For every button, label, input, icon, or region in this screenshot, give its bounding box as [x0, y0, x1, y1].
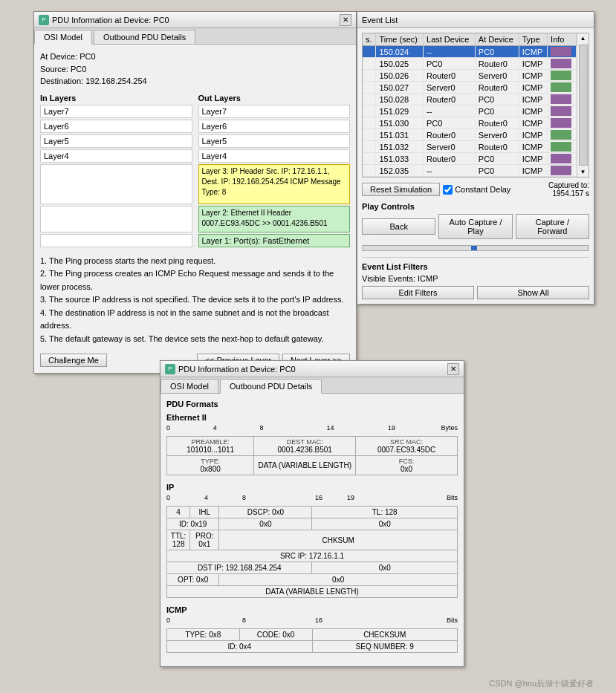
event-list-content: s. Time (sec) Last Device At Device Type… [357, 28, 594, 304]
ip-data: DATA (VARIABLE LENGTH) [167, 586, 458, 598]
in-layer6: Layer6 [40, 120, 192, 133]
icmp-scale-8: 8 [242, 616, 246, 624]
tab-osi-model-1[interactable]: OSI Model [34, 30, 92, 45]
capture-forward-button[interactable]: Capture / Forward [516, 214, 589, 239]
icmp-type: TYPE: 0x8 [167, 629, 240, 641]
constant-delay-text: Constant Delay [455, 185, 510, 194]
constant-delay-checkbox[interactable] [443, 185, 453, 195]
event-row-3[interactable]: 150.027 Server0 Router0 ICMP [363, 82, 577, 94]
icmp-scale-0: 0 [166, 616, 170, 624]
icmp-seq: SEQ NUMBER: 9 [312, 641, 458, 653]
back-button[interactable]: Back [362, 218, 435, 235]
cell-at-8: Router0 [475, 141, 519, 153]
scroll-down-arrow[interactable]: ▼ [580, 169, 586, 175]
eth-scale-8: 8 [259, 424, 263, 432]
cell-last-5: -- [424, 105, 476, 117]
cell-last-2: Router0 [424, 70, 476, 82]
tab-osi-model-2[interactable]: OSI Model [161, 379, 218, 393]
tab-outbound-pdu-1[interactable]: Outbound PDU Details [94, 30, 195, 44]
cell-last-6: PC0 [424, 117, 476, 129]
cell-type-5: ICMP [519, 105, 547, 117]
window-title-1: P PDU Information at Device: PC0 [39, 15, 169, 25]
event-row-2[interactable]: 150.026 Router0 Server0 ICMP [363, 70, 577, 82]
cell-s-6 [363, 117, 376, 129]
play-controls: Back Auto Capture / Play Capture / Forwa… [362, 214, 589, 239]
cell-type-10: ICMP [519, 165, 547, 177]
out-layer2: Layer 2: Ethernet II Header 0007.EC93.45… [198, 206, 351, 232]
desc-line-1: 1. The Ping process starts the next ping… [40, 255, 350, 268]
icmp-bits-label: Bits [447, 616, 458, 624]
source: Source: PC0 [40, 63, 350, 76]
event-row-4[interactable]: 150.028 Router0 PC0 ICMP [363, 94, 577, 105]
col-s: s. [363, 33, 376, 46]
eth-type: TYPE: 0x800 [167, 456, 254, 475]
event-titlebar: Event List [357, 12, 594, 28]
auto-capture-button[interactable]: Auto Capture / Play [438, 214, 512, 239]
ip-offset: 0x0 [312, 518, 458, 530]
filter-buttons: Edit Filters Show All [362, 286, 589, 299]
cell-last-1: PC0 [424, 58, 476, 70]
eth-dest-mac: DEST MAC: 0001.4236.B501 [254, 437, 356, 456]
scroll-thumb[interactable] [579, 45, 588, 166]
desc-line-5: 5. The default gateway is set. The devic… [40, 333, 350, 346]
filters-label: Event List Filters [362, 262, 589, 271]
ip-section: IP 0 4 8 16 19 Bits 4 IHL DSCP: 0x0 TL: … [166, 483, 458, 598]
device-info: At Device: PC0 Source: PC0 Destination: … [40, 51, 350, 88]
cell-s-5 [363, 105, 376, 117]
desc-line-2: 2. The Ping process creates an ICMP Echo… [40, 267, 350, 293]
progress-indicator [471, 246, 477, 250]
event-table-scroll: s. Time (sec) Last Device At Device Type… [363, 33, 577, 177]
event-row-6[interactable]: 151.030 PC0 Router0 ICMP [363, 117, 577, 129]
event-row-0[interactable]: 150.024 -- PC0 ICMP [363, 46, 577, 58]
ip-scale-8: 8 [242, 494, 246, 501]
in-layers-col: In Layers Layer7 Layer6 Layer5 Layer4 [40, 94, 192, 249]
event-window: Event List s. Time (sec) Last Device At … [357, 11, 594, 305]
scroll-up-arrow[interactable]: ▲ [580, 35, 586, 42]
event-row-7[interactable]: 151.031 Router0 Server0 ICMP [363, 129, 577, 141]
tab-outbound-pdu-2[interactable]: Outbound PDU Details [220, 379, 322, 394]
cell-time-0: 150.024 [376, 46, 424, 58]
event-row-1[interactable]: 150.025 PC0 Router0 ICMP [363, 58, 577, 70]
window-title-2: P PDU Information at Device: PC0 [165, 364, 296, 374]
cell-last-10: -- [424, 165, 476, 177]
cell-info-2 [548, 70, 577, 82]
ip-dst: DST IP: 192.168.254.254 [167, 562, 312, 574]
in-layer7: Layer7 [40, 105, 192, 118]
pdu-content-2: PDU Formats Ethernet II 0 4 8 14 19 Byte… [161, 394, 464, 666]
event-table-wrapper: s. Time (sec) Last Device At Device Type… [362, 33, 589, 178]
cell-info-10 [548, 165, 577, 177]
cell-type-1: ICMP [519, 58, 547, 70]
cell-at-10: PC0 [475, 165, 519, 177]
ip-scale-0: 0 [166, 494, 170, 501]
ip-scale-4: 4 [204, 494, 208, 501]
cell-type-3: ICMP [519, 82, 547, 94]
cell-type-6: ICMP [519, 117, 547, 129]
cell-type-0: ICMP [519, 46, 547, 58]
cell-time-8: 151.032 [376, 141, 424, 153]
close-button-1[interactable]: ✕ [340, 14, 351, 26]
in-layer5: Layer5 [40, 134, 192, 148]
close-button-2[interactable]: ✕ [447, 363, 459, 375]
cell-time-4: 150.028 [376, 94, 424, 105]
cell-last-4: Router0 [424, 94, 476, 105]
scrollbar[interactable]: ▲ ▼ [577, 33, 589, 177]
cell-at-2: Server0 [475, 70, 519, 82]
cell-last-3: Server0 [424, 82, 476, 94]
reset-simulation-button[interactable]: Reset Simulation [362, 183, 440, 196]
cell-s-1 [363, 58, 376, 70]
edit-filters-button[interactable]: Edit Filters [362, 286, 474, 299]
eth-bytes-label: Bytes [441, 424, 458, 432]
event-row-8[interactable]: 151.032 Server0 Router0 ICMP [363, 141, 577, 153]
eth-scale-14: 14 [327, 424, 334, 432]
cell-time-9: 151.033 [376, 153, 424, 165]
event-row-10[interactable]: 152.035 -- PC0 ICMP [363, 165, 577, 177]
event-row-5[interactable]: 151.029 -- PC0 ICMP [363, 105, 577, 117]
show-all-button[interactable]: Show All [477, 286, 589, 299]
event-row-9[interactable]: 151.033 Router0 PC0 ICMP [363, 153, 577, 165]
challenge-button[interactable]: Challenge Me [40, 354, 107, 367]
out-layer6: Layer6 [198, 120, 351, 133]
cell-last-8: Server0 [424, 141, 476, 153]
cell-last-0: -- [424, 46, 476, 58]
cell-type-2: ICMP [519, 70, 547, 82]
out-layers-col: Out Layers Layer7 Layer6 Layer5 Layer4 L… [198, 94, 351, 249]
